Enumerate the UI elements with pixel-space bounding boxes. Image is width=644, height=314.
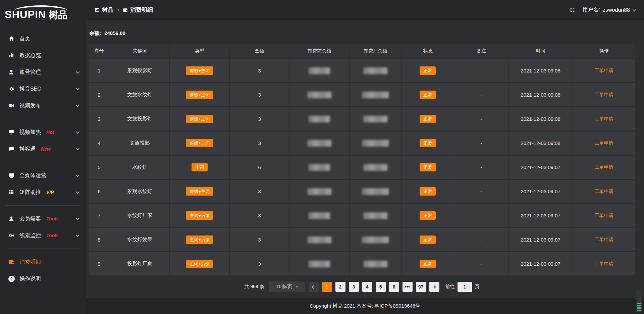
prev-page-button[interactable] (309, 282, 319, 292)
work-order-link[interactable]: 工单申请 (595, 116, 613, 122)
cell-balance-before (289, 59, 349, 82)
cell-action[interactable]: 工单申请 (573, 59, 635, 82)
sidebar-item-screen-heat[interactable]: 视频加热Hot (0, 124, 86, 141)
cell-type: 主词+后缀 (170, 204, 229, 227)
cell-balance-before (289, 156, 349, 179)
page-button-1[interactable]: 1 (322, 282, 332, 292)
sidebar-item-sliders[interactable]: 线索监控Tools (0, 227, 86, 244)
cell-time: 2021-12-03 09:08 (508, 83, 573, 106)
sidebar-item-label: 线索监控 (19, 232, 41, 239)
type-badge: 前缀+主词 (186, 91, 213, 99)
work-order-link[interactable]: 工单申请 (595, 140, 613, 146)
sidebar-item-monitor[interactable]: 全媒体运营 (0, 167, 86, 184)
cell-keyword-text: 水纹灯效果 (127, 237, 152, 243)
column-header: 关键词 (110, 44, 170, 58)
next-page-button[interactable] (429, 282, 439, 292)
breadcrumb-item-current[interactable]: 消费明细 (123, 6, 153, 14)
topbar-right: 用户名: zswodun88 (570, 6, 635, 13)
sidebar-item-video-camera[interactable]: 视频发布 (0, 97, 86, 114)
cell-balance-after (350, 132, 402, 155)
pagination: 共 969 条 10条/页 123456•••97 前往 页 (89, 281, 635, 292)
cell-keyword: 文旅投影 (110, 132, 170, 155)
cell-action[interactable]: 工单申请 (573, 228, 635, 251)
cell-index: 1 (89, 59, 110, 82)
cell-index: 2 (89, 83, 110, 106)
cell-status: 正常 (402, 252, 454, 275)
cell-index: 7 (89, 204, 110, 227)
sidebar-item-user[interactable]: 会员爆客Tools (0, 210, 86, 227)
cell-remark-text: - (480, 189, 482, 194)
work-order-link[interactable]: 工单申请 (595, 68, 613, 74)
user-menu[interactable]: 用户名: zswodun88 (583, 6, 635, 13)
cell-action[interactable]: 工单申请 (573, 252, 635, 275)
sidebar-item-chat-bubble[interactable]: 抖客通New (0, 141, 86, 157)
cell-time: 2021-12-03 09:08 (508, 59, 573, 82)
work-order-link[interactable]: 工单申请 (595, 92, 613, 98)
cell-index: 8 (89, 228, 110, 251)
breadcrumb-separator: > (117, 7, 119, 13)
column-header: 扣费后余额 (350, 44, 402, 58)
cell-index-text: 2 (98, 92, 100, 98)
type-badge: 前缀+主词 (186, 115, 213, 123)
cell-status: 正常 (402, 156, 454, 179)
cell-amount: 3 (230, 132, 289, 155)
page-button-3[interactable]: 3 (349, 282, 359, 292)
sidebar-item-gear[interactable]: 抖音SEO (0, 81, 86, 97)
goto-page: 前往 页 (445, 282, 480, 292)
status-badge: 正常 (420, 163, 436, 172)
sidebar-item-home[interactable]: 首页 (0, 30, 86, 47)
video-camera-icon (8, 102, 15, 109)
cell-balance-before (289, 252, 349, 275)
sidebar-item-label: 视频加热 (19, 129, 41, 136)
sidebar-item-wallet[interactable]: 消费明细 (0, 254, 86, 270)
work-order-link[interactable]: 工单申请 (595, 164, 613, 170)
sidebar-item-grid[interactable]: 矩阵助推VIP (0, 184, 86, 201)
page-ellipsis-button[interactable]: ••• (402, 282, 413, 292)
floating-widget[interactable] (636, 292, 642, 312)
sidebar-item-user[interactable]: 账号管理 (0, 64, 86, 81)
page-button-4[interactable]: 4 (362, 282, 372, 292)
work-order-link[interactable]: 工单申请 (595, 237, 613, 243)
work-order-link[interactable]: 工单申请 (595, 213, 613, 219)
work-order-link[interactable]: 工单申请 (595, 189, 613, 195)
cell-status: 正常 (402, 132, 454, 155)
cell-action[interactable]: 工单申请 (573, 107, 635, 130)
column-header: 序号 (89, 44, 110, 58)
cell-remark: - (454, 252, 509, 275)
column-header: 状态 (402, 44, 454, 58)
cell-action[interactable]: 工单申请 (573, 132, 635, 155)
cell-remark: - (454, 107, 509, 130)
page-button-2[interactable]: 2 (335, 282, 345, 292)
page-button-5[interactable]: 5 (376, 282, 386, 292)
page-button-6[interactable]: 6 (389, 282, 399, 292)
status-badge: 正常 (420, 66, 436, 75)
cell-balance-before (289, 180, 349, 203)
cell-status: 正常 (402, 204, 454, 227)
sidebar-item-label: 全媒体运营 (19, 172, 46, 179)
cell-type: 前缀+主词 (170, 59, 229, 82)
masked-value (309, 67, 330, 74)
chevron-left-icon (312, 285, 315, 289)
copyright-text: Copyright 树品 2021 备案号: 粤ICP备09019646号 (310, 303, 420, 309)
menu-divider (5, 119, 80, 119)
page-size-select[interactable]: 10条/页 (269, 281, 305, 292)
cell-amount-text: 3 (258, 92, 261, 98)
cell-action[interactable]: 工单申请 (573, 180, 635, 203)
status-badge: 正常 (420, 187, 436, 196)
sidebar-item-question-circle[interactable]: ?操作说明 (0, 270, 86, 287)
cell-action[interactable]: 工单申请 (573, 156, 635, 179)
breadcrumb-item-home[interactable]: 树品 (95, 6, 113, 14)
cell-balance-before (289, 228, 349, 251)
cell-amount-text: 3 (258, 140, 261, 146)
sidebar-item-label: 会员爆客 (19, 215, 41, 222)
cell-action[interactable]: 工单申请 (573, 204, 635, 227)
sidebar-item-bar-chart[interactable]: 数据总览 (0, 47, 86, 64)
menu-divider (5, 205, 80, 206)
fullscreen-icon[interactable] (570, 7, 575, 13)
sidebar-item-badge: VIP (46, 190, 54, 195)
type-badge: 主词+后缀 (186, 260, 213, 268)
page-button-97[interactable]: 97 (416, 282, 426, 292)
goto-page-input[interactable] (458, 282, 472, 292)
work-order-link[interactable]: 工单申请 (595, 261, 613, 267)
cell-action[interactable]: 工单申请 (573, 83, 635, 106)
